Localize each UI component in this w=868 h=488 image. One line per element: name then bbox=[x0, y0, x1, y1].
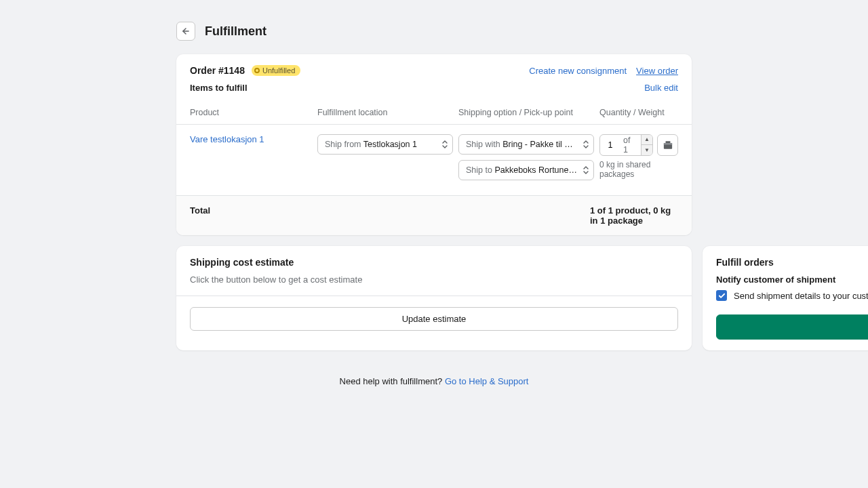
create-consignment-link[interactable]: Create new consignment bbox=[529, 66, 627, 76]
ship-with-prefix: Ship with bbox=[466, 140, 502, 149]
ship-with-value: Bring - Pakke til h… bbox=[502, 140, 577, 149]
quantity-of-label: of 1 bbox=[620, 136, 641, 155]
col-shipping: Shipping option / Pick-up point bbox=[458, 108, 594, 117]
pickup-point-select[interactable]: Ship to Pakkeboks Rortunet… bbox=[458, 160, 594, 180]
estimate-hint: Click the button below to get a cost est… bbox=[190, 274, 678, 285]
fulfill-orders-button[interactable]: Fulfill orders bbox=[716, 314, 868, 340]
total-label: Total bbox=[190, 205, 210, 226]
ship-to-value: Pakkeboks Rortunet… bbox=[494, 165, 579, 175]
arrow-left-icon bbox=[181, 26, 191, 36]
estimate-title: Shipping cost estimate bbox=[190, 257, 678, 268]
fulfill-orders-card: Fulfill orders Notify customer of shipme… bbox=[703, 246, 868, 350]
location-prefix: Ship from bbox=[325, 140, 363, 149]
quantity-stepper[interactable]: of 1 ▲ ▼ bbox=[599, 134, 653, 156]
col-location: Fulfillment location bbox=[317, 108, 453, 117]
help-support-link[interactable]: Go to Help & Support bbox=[445, 376, 529, 386]
fulfill-title: Fulfill orders bbox=[716, 257, 868, 268]
view-order-link[interactable]: View order bbox=[636, 66, 678, 76]
order-title: Order #1148 bbox=[190, 65, 245, 76]
col-qty: Quantity / Weight bbox=[599, 108, 678, 117]
shipping-option-select[interactable]: Ship with Bring - Pakke til h… bbox=[458, 134, 594, 155]
col-product: Product bbox=[190, 108, 312, 117]
check-icon bbox=[718, 292, 726, 300]
order-card: Order #1148 Unfulfilled Create new consi… bbox=[176, 54, 692, 235]
status-badge-label: Unfulfilled bbox=[262, 66, 295, 75]
update-estimate-button[interactable]: Update estimate bbox=[190, 307, 678, 331]
page-title: Fulfillment bbox=[205, 24, 267, 39]
notify-checkbox[interactable] bbox=[716, 290, 727, 301]
product-link[interactable]: Vare testlokasjon 1 bbox=[190, 134, 264, 144]
stepper-up-button[interactable]: ▲ bbox=[642, 135, 652, 145]
total-value: 1 of 1 product, 0 kg in 1 package bbox=[590, 205, 678, 226]
notify-checkbox-label: Send shipment details to your customer n… bbox=[734, 291, 868, 301]
stepper-down-button[interactable]: ▼ bbox=[642, 145, 652, 155]
location-value: Testlokasjon 1 bbox=[363, 140, 417, 149]
notify-label: Notify customer of shipment bbox=[716, 274, 868, 285]
table-row: Vare testlokasjon 1 Ship from Testlokasj… bbox=[176, 125, 692, 195]
back-button[interactable] bbox=[176, 22, 195, 41]
bulk-edit-link[interactable]: Bulk edit bbox=[644, 83, 678, 93]
svg-rect-3 bbox=[665, 141, 670, 143]
package-icon bbox=[663, 140, 673, 150]
items-section-title: Items to fulfill bbox=[190, 83, 248, 93]
status-badge: Unfulfilled bbox=[252, 65, 300, 76]
table-header: Product Fulfillment location Shipping op… bbox=[176, 98, 692, 125]
footer-text: Need help with fulfillment? bbox=[340, 376, 445, 386]
weight-note: 0 kg in shared packages bbox=[599, 160, 678, 179]
fulfillment-location-select[interactable]: Ship from Testlokasjon 1 bbox=[317, 134, 453, 155]
package-button[interactable] bbox=[657, 134, 678, 156]
quantity-input[interactable] bbox=[600, 140, 620, 150]
shipping-estimate-card: Shipping cost estimate Click the button … bbox=[176, 246, 692, 350]
status-dot-icon bbox=[254, 68, 260, 73]
svg-rect-2 bbox=[663, 143, 671, 145]
ship-to-prefix: Ship to bbox=[466, 165, 494, 175]
